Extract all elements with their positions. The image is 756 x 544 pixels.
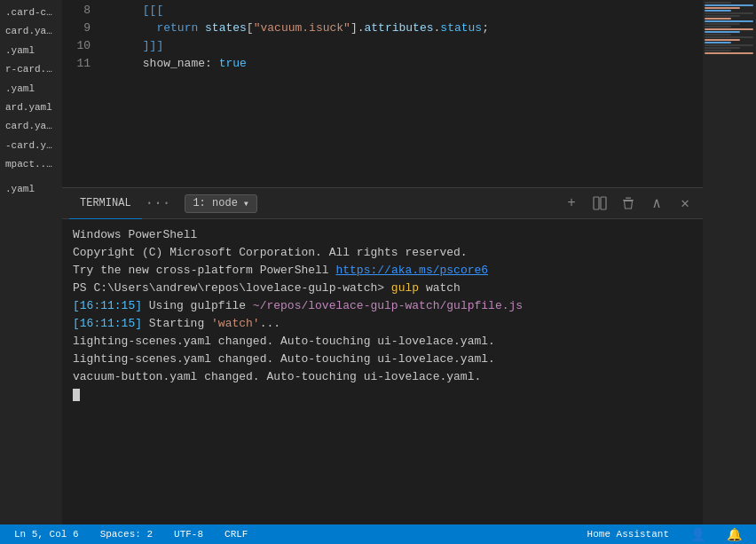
code-line-8: [[[: [101, 2, 703, 20]
code-line-11: show_name: true: [101, 55, 703, 73]
terminal-instance-label: 1: node: [193, 197, 237, 209]
terminal-toolbar: + ∧ ✕: [561, 193, 696, 214]
terminal-tab-label: TERMINAL: [80, 197, 131, 209]
terminal-line-1: Windows PowerShell: [73, 226, 692, 244]
terminal-split-button[interactable]: [589, 193, 610, 214]
terminal-line-9: lighting-scenes.yaml changed. Auto-touch…: [73, 333, 692, 351]
status-bar-right: Home Assistant 👤 🔔: [584, 524, 745, 544]
terminal-output[interactable]: Windows PowerShell Copyright (C) Microso…: [62, 219, 703, 524]
file-explorer-sidebar: .card-c... card.ya... .yaml r-card.... .…: [0, 0, 62, 524]
terminal-tab[interactable]: TERMINAL: [69, 188, 142, 219]
sidebar-item-8[interactable]: -card.y...: [0, 137, 62, 155]
minimap: [703, 0, 756, 524]
terminal-tab-bar: TERMINAL ··· 1: node ▾ +: [62, 188, 703, 219]
terminal-delete-button[interactable]: [618, 193, 639, 214]
status-ln-col[interactable]: Ln 5, Col 6: [11, 524, 83, 544]
terminal-instance-dropdown[interactable]: 1: node ▾: [185, 194, 257, 213]
line-numbers: 8 9 10 11: [62, 0, 98, 187]
status-spaces[interactable]: Spaces: 2: [97, 524, 156, 544]
terminal-close-button[interactable]: ✕: [674, 193, 696, 214]
svg-rect-1: [601, 197, 606, 209]
code-editor: 8 9 10 11 [[[ return states["vacuum.isuc…: [62, 0, 703, 187]
terminal-cursor-line: [73, 386, 692, 404]
status-user-icon-button[interactable]: 👤: [687, 524, 709, 544]
code-line-10: ]]]: [101, 37, 703, 55]
terminal-line-2: Copyright (C) Microsoft Corporation. All…: [73, 244, 692, 262]
status-spaces-label: Spaces: 2: [100, 529, 153, 540]
sidebar-item-3[interactable]: .yaml: [0, 42, 62, 60]
code-line-9: return states["vacuum.isuck"].attributes…: [101, 20, 703, 37]
terminal-line-4: Try the new cross-platform PowerShell ht…: [73, 262, 692, 280]
sidebar-item-6[interactable]: ard.yaml: [0, 99, 62, 117]
terminal-line-8: [16:11:15] Starting 'watch'...: [73, 315, 692, 333]
status-encoding[interactable]: UTF-8: [170, 524, 207, 544]
svg-rect-3: [626, 198, 631, 199]
svg-rect-0: [594, 197, 599, 209]
chevron-down-icon: ▾: [243, 197, 249, 210]
status-project[interactable]: Home Assistant: [584, 524, 673, 544]
terminal-line-11: vacuum-button.yaml changed. Auto-touchin…: [73, 368, 692, 386]
person-icon: 👤: [690, 527, 705, 542]
status-ln-col-label: Ln 5, Col 6: [14, 529, 79, 540]
status-eol-label: CRLF: [224, 529, 248, 540]
status-bell-button[interactable]: 🔔: [723, 524, 745, 544]
terminal-more-button[interactable]: ···: [142, 195, 175, 211]
code-text: [[[ return states["vacuum.isuck"].attrib…: [98, 0, 703, 187]
status-eol[interactable]: CRLF: [221, 524, 251, 544]
status-project-label: Home Assistant: [587, 529, 669, 540]
sidebar-item-5[interactable]: .yaml: [0, 80, 62, 99]
status-bar: Ln 5, Col 6 Spaces: 2 UTF-8 CRLF Home As…: [0, 524, 756, 544]
terminal-panel: TERMINAL ··· 1: node ▾ +: [62, 187, 703, 524]
terminal-add-button[interactable]: +: [561, 193, 582, 214]
status-encoding-label: UTF-8: [174, 529, 203, 540]
terminal-maximize-button[interactable]: ∧: [646, 193, 667, 214]
bell-icon: 🔔: [727, 527, 742, 542]
sidebar-item-11[interactable]: .yaml: [0, 180, 62, 199]
sidebar-item-2[interactable]: card.ya...: [0, 22, 62, 41]
sidebar-item-4[interactable]: r-card....: [0, 60, 62, 79]
sidebar-item-1[interactable]: .card-c...: [0, 4, 62, 22]
sidebar-item-9[interactable]: mpact....: [0, 155, 62, 174]
sidebar-item-7[interactable]: card.ya...: [0, 117, 62, 136]
terminal-line-10: lighting-scenes.yaml changed. Auto-touch…: [73, 351, 692, 368]
terminal-line-7: [16:11:15] Using gulpfile ~/repos/lovela…: [73, 297, 692, 315]
terminal-line-6: PS C:\Users\andrew\repos\lovelace-gulp-w…: [73, 280, 692, 297]
